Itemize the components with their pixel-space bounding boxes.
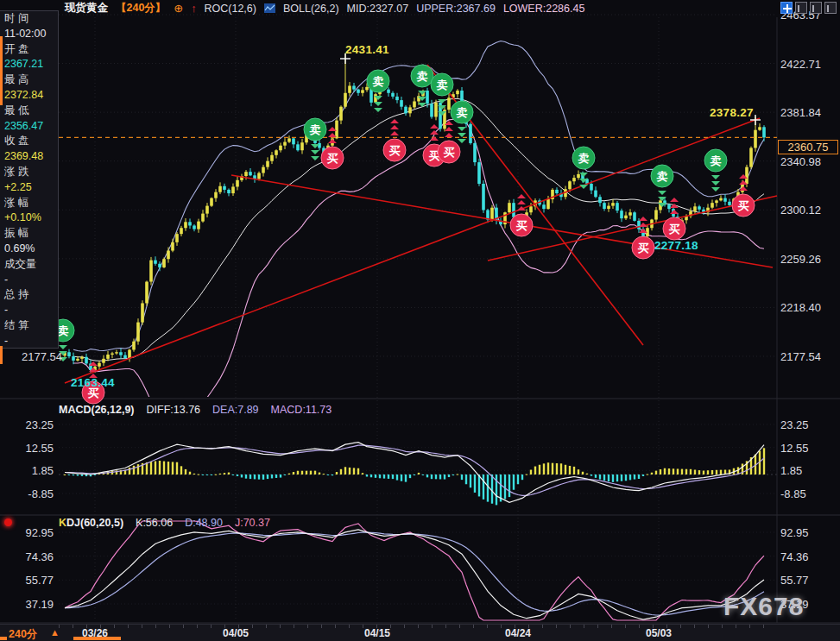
price-axis-tick: 2177.54 <box>780 350 821 363</box>
price-axis-tick-left: 2177.54 <box>12 350 62 363</box>
quote-row-value: 2356.47 <box>0 119 58 135</box>
svg-text:买: 买 <box>516 219 527 232</box>
boll-mid-value: MID:2327.07 <box>347 3 409 15</box>
svg-text:卖: 卖 <box>58 324 69 337</box>
svg-text:卖: 卖 <box>310 123 321 136</box>
boll-upper-value: UPPER:2367.69 <box>416 3 496 15</box>
svg-text:买: 买 <box>444 146 455 159</box>
kdj-axis-tick: 55.77 <box>780 574 809 587</box>
svg-text:卖: 卖 <box>711 154 722 167</box>
price-annotation: 2163.44 <box>71 376 115 389</box>
fx678-watermark: FX678 <box>723 592 804 621</box>
quote-row-value: - <box>0 303 58 318</box>
buy-marker: 买 <box>383 119 406 161</box>
quote-row-label: 最 高 <box>0 72 58 88</box>
quote-row-value: +2.25 <box>0 180 58 196</box>
kdj-axis-tick: 37.19 <box>3 598 54 611</box>
svg-text:买: 买 <box>327 152 338 165</box>
quote-row-label: 结 算 <box>0 318 58 334</box>
macd-header: MACD(26,12,9) DIFF:13.76 DEA:7.89 MACD:1… <box>59 404 332 416</box>
boll-indicator-label[interactable]: BOLL(26,2) <box>283 3 339 15</box>
record-dot-icon <box>4 518 12 526</box>
quote-row-label: 振 幅 <box>0 226 58 242</box>
kdj-header: KDJ(60,20,5) K:56.06 D:48.90 J:70.37 <box>59 517 270 529</box>
left-edge-marker <box>0 36 3 105</box>
time-axis-bar: 240分 ▲ 03/2604/0504/1504/2405/03 <box>0 624 840 641</box>
svg-text:买: 买 <box>669 223 680 236</box>
price-axis-tick: 2259.26 <box>780 253 821 266</box>
quote-row-value: 11-02:00 <box>0 27 58 42</box>
chart-layout-icon-1[interactable] <box>795 2 807 14</box>
symbol-name: 现货黄金 <box>65 1 108 16</box>
chart-layout-icon-2[interactable] <box>810 2 822 14</box>
macd-axis-tick: 23.25 <box>780 418 809 431</box>
kdj-axis-tick: 55.77 <box>3 574 54 587</box>
kdj-k-value: K:56.06 <box>136 517 173 529</box>
price-annotation: 2378.27 <box>710 106 754 119</box>
date-axis-label: 04/15 <box>364 627 390 639</box>
svg-text:卖: 卖 <box>457 106 468 119</box>
macd-axis-tick: 23.25 <box>3 418 54 431</box>
price-axis-tick: 2340.98 <box>780 155 821 168</box>
svg-text:卖: 卖 <box>578 152 590 165</box>
price-annotation: 2277.18 <box>654 239 698 252</box>
kdj-title[interactable]: KDJ(60,20,5) <box>59 517 123 529</box>
sell-marker: 卖 <box>704 149 727 192</box>
svg-text:买: 买 <box>638 242 649 255</box>
quote-row-label: 时 间 <box>0 11 58 27</box>
svg-text:买: 买 <box>389 144 401 157</box>
indicator-toolbar: 现货黄金 【240分】 ⊕ ↑ ROC(12,6) BOLL(26,2) MID… <box>0 0 840 16</box>
svg-text:买: 买 <box>738 199 749 212</box>
price-axis-tick: 2422.71 <box>780 58 821 71</box>
svg-text:卖: 卖 <box>417 70 428 83</box>
chart-toolbar-icons <box>780 2 837 14</box>
sell-marker: 卖 <box>651 165 673 207</box>
chart-canvas[interactable]: 卖卖卖卖卖卖卖卖卖买买买买买买买买买 <box>0 0 840 641</box>
macd-dea-value: DEA:7.89 <box>212 404 259 416</box>
svg-text:卖: 卖 <box>657 170 668 183</box>
quote-row-label: 涨 幅 <box>0 196 58 211</box>
price-axis-tick: 2381.84 <box>780 106 821 119</box>
quote-row-label: 最 低 <box>0 104 58 119</box>
quote-row-label: 开 盘 <box>0 42 58 58</box>
svg-text:卖: 卖 <box>373 75 384 88</box>
macd-axis-tick: 12.55 <box>780 442 809 455</box>
date-axis-label: 05/03 <box>646 627 672 639</box>
macd-axis-tick: -8.85 <box>780 487 806 500</box>
trading-app-window: 卖卖卖卖卖卖卖卖卖买买买买买买买买买 现货黄金 【240分】 ⊕ ↑ ROC(1… <box>0 0 840 641</box>
quote-row-label: 成交量 <box>0 257 58 273</box>
chart-layout-icon-3[interactable] <box>824 2 837 14</box>
timeframe-label[interactable]: 240分 <box>9 627 37 641</box>
price-axis-tick: 2218.40 <box>780 301 821 314</box>
period-label[interactable]: 【240分】 <box>116 1 166 16</box>
timeframe-arrow-icon[interactable]: ▲ <box>50 627 60 638</box>
quote-row-label: 总 持 <box>0 287 58 303</box>
date-axis-label: 03/26 <box>82 627 108 639</box>
buy-marker: 买 <box>732 174 755 217</box>
kdj-d-value: D:48.90 <box>185 517 223 529</box>
scrollbar-corner <box>0 637 7 640</box>
price-annotation: 2431.41 <box>345 43 389 56</box>
price-axis-tick: 2300.12 <box>780 204 821 217</box>
boll-lower-value: LOWER:2286.45 <box>503 3 585 15</box>
last-price-label: 2360.75 <box>778 140 838 154</box>
quote-row-label: 涨 跌 <box>0 165 58 180</box>
left-edge-marker <box>0 346 3 364</box>
macd-axis-tick: -8.85 <box>3 487 54 500</box>
quote-row-value: 2369.48 <box>0 149 58 165</box>
svg-text:卖: 卖 <box>437 79 448 91</box>
roc-indicator-label[interactable]: ROC(12,6) <box>205 3 256 15</box>
macd-diff-value: DIFF:13.76 <box>147 404 201 416</box>
quote-row-label: 收 盘 <box>0 134 58 149</box>
boll-chart-icon <box>264 3 275 13</box>
kdj-j-value: J:70.37 <box>235 517 270 529</box>
date-axis-label: 04/05 <box>223 627 249 639</box>
quote-row-value: 0.69% <box>0 242 58 257</box>
macd-title[interactable]: MACD(26,12,9) <box>59 404 135 416</box>
quote-row-value: - <box>0 334 58 349</box>
pan-move-icon[interactable] <box>780 2 793 14</box>
add-indicator-icon[interactable]: ⊕ <box>174 2 183 15</box>
kdj-axis-tick: 92.95 <box>3 526 54 539</box>
quote-row-value: - <box>0 273 58 288</box>
up-arrow-icon: ↑ <box>191 3 196 15</box>
